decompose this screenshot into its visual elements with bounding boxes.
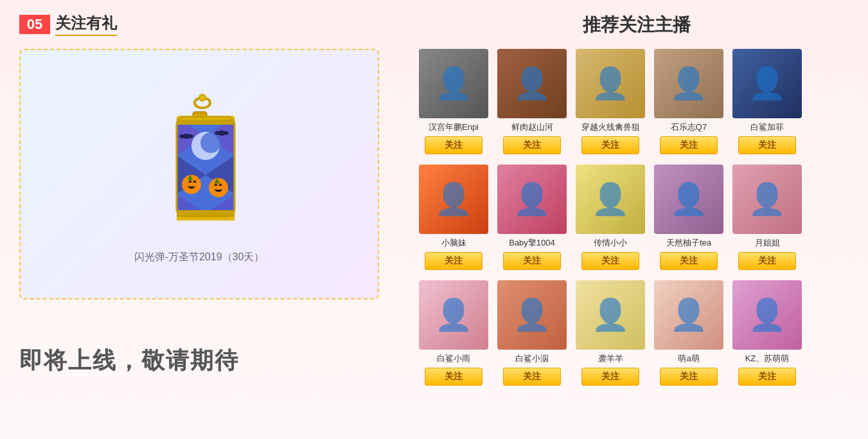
- streamer-avatar: 👤: [732, 280, 802, 350]
- streamer-avatar: 👤: [497, 49, 567, 118]
- right-panel: 推荐关注主播 👤汉宫年鹏Enpi关注👤鲜肉赵山河关注👤穿越火线禽兽狙关注👤石乐志…: [411, 0, 868, 439]
- streamer-name: Baby擎1004: [509, 237, 555, 249]
- streamer-name: 汉宫年鹏Enpi: [429, 121, 479, 133]
- section-title-bar: 05 关注有礼: [19, 13, 392, 36]
- streamer-name: 天然柚子tea: [666, 237, 711, 249]
- follow-button[interactable]: 关注: [660, 136, 718, 154]
- left-panel: 05 关注有礼: [0, 0, 411, 439]
- streamer-card: 👤天然柚子tea关注: [653, 165, 725, 270]
- follow-button[interactable]: 关注: [660, 368, 718, 386]
- streamer-name: KZ、苏萌萌: [745, 353, 790, 364]
- streamer-avatar: 👤: [576, 165, 645, 234]
- streamer-card: 👤传情小小关注: [574, 165, 646, 270]
- svg-point-13: [200, 132, 221, 153]
- streamer-name: 白鲨加菲: [750, 121, 784, 133]
- streamer-name: 鲜肉赵山河: [511, 121, 553, 133]
- streamer-avatar: 👤: [654, 280, 723, 350]
- follow-button[interactable]: 关注: [738, 368, 796, 386]
- streamer-avatar: 👤: [419, 165, 488, 234]
- streamer-avatar: 👤: [497, 280, 567, 350]
- streamer-card: 👤白鲨小雨关注: [418, 280, 490, 386]
- svg-point-16: [187, 134, 193, 138]
- streamer-avatar: 👤: [419, 280, 488, 350]
- streamer-name: 白鲨小雨: [437, 353, 470, 364]
- streamer-card: 👤萌a萌关注: [653, 280, 725, 386]
- follow-button[interactable]: 关注: [738, 136, 796, 154]
- streamer-card: 👤鲜肉赵山河关注: [496, 49, 568, 154]
- streamer-avatar: 👤: [576, 49, 645, 118]
- streamer-name: 传情小小: [594, 237, 627, 249]
- follow-button[interactable]: 关注: [581, 368, 639, 386]
- follow-button[interactable]: 关注: [581, 252, 639, 270]
- streamer-avatar: 👤: [497, 165, 567, 234]
- streamer-card: 👤穿越火线禽兽狙关注: [574, 49, 646, 154]
- follow-button[interactable]: 关注: [738, 252, 796, 270]
- follow-button[interactable]: 关注: [581, 136, 639, 154]
- streamer-card: 👤袭羊羊关注: [574, 280, 646, 386]
- follow-button[interactable]: 关注: [425, 252, 483, 270]
- streamer-avatar: 👤: [654, 165, 723, 234]
- streamer-avatar: 👤: [732, 49, 802, 118]
- svg-point-18: [215, 131, 221, 135]
- svg-point-15: [179, 134, 186, 138]
- streamer-card: 👤石乐志Q7关注: [653, 49, 725, 154]
- streamer-grid: 👤汉宫年鹏Enpi关注👤鲜肉赵山河关注👤穿越火线禽兽狙关注👤石乐志Q7关注👤白鲨…: [418, 49, 855, 386]
- halloween-grenade-icon: [148, 85, 251, 239]
- streamer-card: 👤白鲨加菲关注: [731, 49, 803, 154]
- streamer-row-2: 👤白鲨小雨关注👤白鲨小泅关注👤袭羊羊关注👤萌a萌关注👤KZ、苏萌萌关注: [418, 280, 855, 386]
- streamer-card: 👤月姐姐关注: [731, 165, 803, 270]
- streamer-name: 萌a萌: [678, 353, 699, 364]
- streamer-card: 👤小脑妹关注: [418, 165, 490, 270]
- streamer-name: 白鲨小泅: [515, 353, 549, 364]
- streamer-card: 👤Baby擎1004关注: [496, 165, 568, 270]
- section-number: 05: [19, 15, 50, 34]
- streamer-avatar: 👤: [654, 49, 723, 118]
- follow-button[interactable]: 关注: [503, 136, 561, 154]
- streamer-card: 👤KZ、苏萌萌关注: [731, 280, 803, 386]
- streamer-avatar: 👤: [576, 280, 645, 350]
- follow-button[interactable]: 关注: [425, 368, 483, 386]
- follow-button[interactable]: 关注: [503, 252, 561, 270]
- follow-button[interactable]: 关注: [425, 136, 483, 154]
- streamer-avatar: 👤: [419, 49, 488, 118]
- streamer-card: 👤汉宫年鹏Enpi关注: [418, 49, 490, 154]
- streamer-name: 穿越火线禽兽狙: [581, 121, 640, 133]
- streamer-avatar: 👤: [732, 165, 802, 234]
- streamer-name: 袭羊羊: [598, 353, 623, 364]
- section-title: 关注有礼: [55, 13, 117, 36]
- streamer-name: 石乐志Q7: [671, 121, 707, 133]
- follow-button[interactable]: 关注: [660, 252, 718, 270]
- gift-item-label: 闪光弹-万圣节2019（30天）: [134, 251, 265, 264]
- streamer-card: 👤白鲨小泅关注: [496, 280, 568, 386]
- streamer-name: 小脑妹: [441, 237, 466, 249]
- svg-point-1: [199, 94, 206, 101]
- gift-image-area: 闪光弹-万圣节2019（30天）: [134, 85, 265, 264]
- follow-button[interactable]: 关注: [503, 368, 561, 386]
- streamer-row-1: 👤小脑妹关注👤Baby擎1004关注👤传情小小关注👤天然柚子tea关注👤月姐姐关…: [418, 165, 855, 270]
- svg-point-19: [222, 131, 229, 135]
- streamer-name: 月姐姐: [755, 237, 780, 249]
- coming-soon-text: 即将上线，敬请期待: [19, 345, 392, 377]
- recommend-title: 推荐关注主播: [418, 13, 855, 37]
- streamer-row-0: 👤汉宫年鹏Enpi关注👤鲜肉赵山河关注👤穿越火线禽兽狙关注👤石乐志Q7关注👤白鲨…: [418, 49, 855, 154]
- gift-card: 闪光弹-万圣节2019（30天）: [19, 49, 379, 300]
